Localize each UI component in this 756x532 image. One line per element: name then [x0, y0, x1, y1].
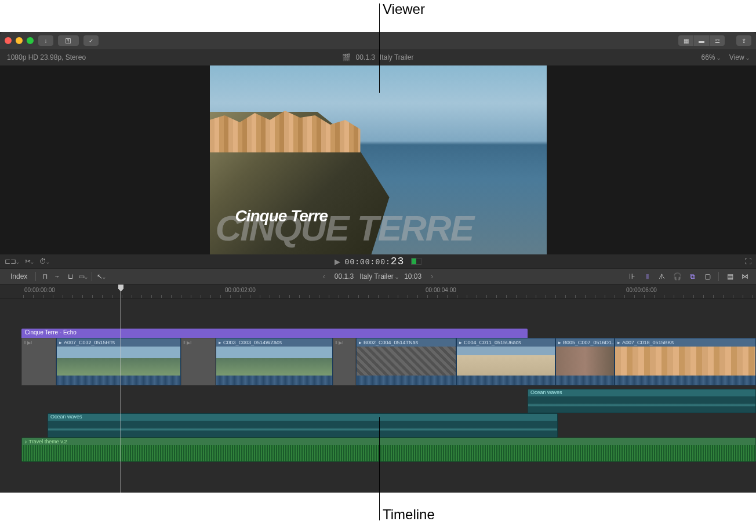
annotation-timeline-line [379, 417, 380, 520]
minimize-window-button[interactable] [16, 37, 23, 44]
clip-label: ▸A007_C032_0515HTs [57, 338, 180, 347]
tools-menu[interactable]: ✂⌵ [25, 257, 34, 265]
overwrite-icon: ▭⌵ [78, 272, 88, 280]
timeline-project-name[interactable]: Italy Trailer ⌵ [359, 272, 398, 280]
film-icon: ▸ [617, 340, 620, 345]
timecode-display[interactable]: 00:00:00:23 [345, 256, 405, 267]
waveform-icon: ⩚ [659, 272, 666, 280]
snapping-button[interactable]: 🎧 [671, 271, 684, 282]
connect-clip-button[interactable]: ⊓ [38, 271, 51, 282]
clip-label: Ocean waves [528, 389, 755, 396]
clip-label: ▸B005_C007_0516D1... [556, 338, 614, 347]
annotation-viewer: Viewer [383, 1, 425, 17]
video-clip[interactable]: ▸B002_C004_0514TNas [356, 338, 456, 385]
sliders-icon: ☲ [715, 38, 720, 44]
layout-group: ▦ ▬ ☲ [678, 35, 725, 46]
fullscreen-button[interactable]: ⛶ [744, 257, 751, 265]
film-icon: ▸ [59, 340, 62, 345]
skimming-button[interactable]: ⊪ [626, 271, 638, 282]
audio-clip[interactable]: Ocean waves [48, 413, 558, 438]
grid-icon: ▦ [684, 38, 689, 44]
select-tool[interactable]: ↖⌵ [94, 271, 107, 282]
keyword-button[interactable]: ⚿ [58, 35, 79, 46]
title-clip[interactable]: Cinque Terre - Echo [21, 329, 528, 338]
download-arrow-icon: ↓ [45, 38, 48, 44]
browser-icon: ▤ [727, 272, 733, 280]
audio-skim-icon: ⫴ [646, 272, 649, 280]
transition-icon: ⋈ [742, 272, 748, 280]
effects-browser-button[interactable]: ▤ [724, 271, 736, 282]
playbar: ⊏⊐⌵ ✂⌵ ⏱⌵ ▶ 00:00:00:23 ⛶ [0, 254, 756, 268]
checkmark-circle-icon: ✓ [89, 38, 93, 44]
video-clip[interactable]: ▸C003_C003_0514WZacs [216, 338, 333, 385]
effects-icon: ▢ [704, 272, 711, 280]
clip-label: Ocean waves [48, 414, 557, 421]
timeline-panel[interactable]: 00:00:00:0000:00:02:0000:00:04:0000:00:0… [0, 285, 756, 493]
transitions-browser-button[interactable]: ⋈ [739, 271, 751, 282]
project-name: Italy Trailer [380, 53, 414, 61]
music-clip[interactable]: ♪ Travel theme v.2 [21, 438, 756, 462]
film-icon: ▸ [558, 340, 561, 345]
snapping-toggle[interactable]: ⧉ [686, 271, 699, 282]
film-icon: ▸ [359, 340, 362, 345]
video-clip[interactable]: ▸B005_C007_0516D1... [555, 338, 615, 385]
annotation-timeline: Timeline [383, 507, 435, 523]
audio-meter[interactable] [411, 258, 421, 265]
headphones-icon: 🎧 [673, 272, 682, 280]
format-label: 1080p HD 23.98p, Stereo [7, 53, 342, 61]
effects-button[interactable]: ▢ [701, 271, 714, 282]
chevron-down-icon: ⌵ [31, 260, 34, 265]
timeline-toggle-button[interactable]: ▬ [694, 35, 709, 46]
film-icon: ▸ [219, 340, 221, 345]
clip-handle[interactable]: Ⅱ ▶Ⅰ [333, 338, 356, 385]
pointer-icon: ↖⌵ [97, 272, 106, 280]
timeline-ruler[interactable]: 00:00:00:0000:00:02:0000:00:04:0000:00:0… [0, 285, 756, 298]
append-icon: ⊔ [68, 272, 73, 280]
filmstrip-icon: ▬ [699, 38, 704, 44]
chevron-down-icon: ⌵ [16, 260, 19, 265]
close-window-button[interactable] [5, 37, 12, 44]
audio-skimming-button[interactable]: ⫴ [641, 271, 653, 282]
timeline-history-forward[interactable]: › [427, 272, 437, 280]
viewer-panel[interactable]: CINQUE TERRE Cinque Terre [0, 65, 756, 254]
viewer-frame: CINQUE TERRE Cinque Terre [210, 65, 547, 254]
clip-label: ♪ Travel theme v.2 [22, 438, 755, 445]
insert-icon: ⫟ [54, 272, 61, 280]
trim-menu[interactable]: ⊏⊐⌵ [5, 257, 19, 265]
index-button[interactable]: Index [5, 271, 33, 282]
skimming-icon: ⊪ [629, 272, 635, 280]
view-dropdown[interactable]: View ⌵ [729, 53, 749, 61]
browser-toggle-button[interactable]: ▦ [678, 35, 693, 46]
video-clip[interactable]: ▸A007_C018_0515BKs [615, 338, 756, 385]
retime-menu[interactable]: ⏱⌵ [39, 257, 49, 265]
timeline-project-tc: 00.1.3 [335, 272, 354, 280]
ruler-mark: 00:00:00:00 [24, 287, 55, 293]
append-clip-button[interactable]: ⊔ [64, 271, 77, 282]
clip-handle[interactable]: Ⅱ ▶Ⅰ [181, 338, 216, 385]
background-tasks-button[interactable]: ✓ [83, 35, 99, 46]
share-button[interactable]: ⇪ [736, 35, 751, 46]
timeline-toolbar: Index ⊓ ⫟ ⊔ ▭⌵ ↖⌵ ‹ 00.1.3 Italy Trailer… [0, 268, 756, 285]
maximize-window-button[interactable] [27, 37, 34, 44]
traffic-lights [5, 37, 34, 44]
video-clip[interactable]: ▸C004_C011_0515U6acs [456, 338, 555, 385]
inspector-toggle-button[interactable]: ☲ [710, 35, 725, 46]
key-icon: ⚿ [66, 38, 71, 44]
window-titlebar: ↓ ⚿ ✓ ▦ ▬ ☲ ⇪ [0, 32, 756, 49]
insert-clip-button[interactable]: ⫟ [51, 271, 64, 282]
overwrite-clip-button[interactable]: ▭⌵ [77, 271, 89, 282]
viewer-infobar: 1080p HD 23.98p, Stereo 🎬 00.1.3 Italy T… [0, 49, 756, 65]
clapperboard-icon: 🎬 [342, 53, 351, 61]
zoom-dropdown[interactable]: 66% ⌵ [701, 53, 719, 61]
audio-clip[interactable]: Ocean waves [528, 389, 756, 413]
playhead[interactable] [121, 285, 121, 493]
music-note-icon: ♪ [24, 439, 27, 444]
clip-handle[interactable]: Ⅱ ▶Ⅰ [21, 338, 56, 385]
timecode-frames: 23 [391, 256, 405, 267]
video-clip[interactable]: ▸A007_C032_0515HTs [56, 338, 181, 385]
timeline-history-back[interactable]: ‹ [319, 272, 329, 280]
play-button[interactable]: ▶ [335, 257, 340, 266]
annotation-viewer-line [379, 3, 380, 93]
solo-button[interactable]: ⩚ [656, 271, 668, 282]
import-button[interactable]: ↓ [38, 35, 53, 46]
